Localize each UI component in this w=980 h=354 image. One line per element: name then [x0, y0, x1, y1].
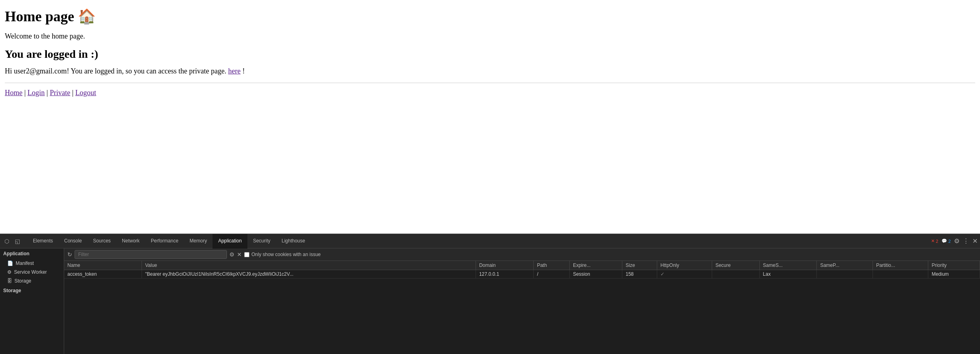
- welcome-text: Welcome to the home page.: [5, 32, 975, 41]
- page-title: Home page 🏠: [5, 8, 975, 25]
- divider: [5, 83, 975, 83]
- logged-in-message-text: Hi user2@gmail.com! You are logged in, s…: [5, 67, 226, 75]
- nav-home[interactable]: Home: [5, 89, 22, 97]
- page-content: Home page 🏠 Welcome to the home page. Yo…: [0, 0, 980, 105]
- exclamation: !: [242, 67, 245, 75]
- nav-sep1: |: [24, 89, 28, 97]
- nav-login[interactable]: Login: [28, 89, 45, 97]
- here-link[interactable]: here: [228, 67, 241, 75]
- nav-sep2: |: [47, 89, 50, 97]
- logged-in-heading: You are logged in :): [5, 48, 975, 61]
- nav-private[interactable]: Private: [50, 89, 70, 97]
- logged-in-message: Hi user2@gmail.com! You are logged in, s…: [5, 67, 975, 75]
- nav-logout[interactable]: Logout: [75, 89, 96, 97]
- nav-sep3: |: [72, 89, 75, 97]
- nav-links: Home | Login | Private | Logout: [5, 89, 975, 97]
